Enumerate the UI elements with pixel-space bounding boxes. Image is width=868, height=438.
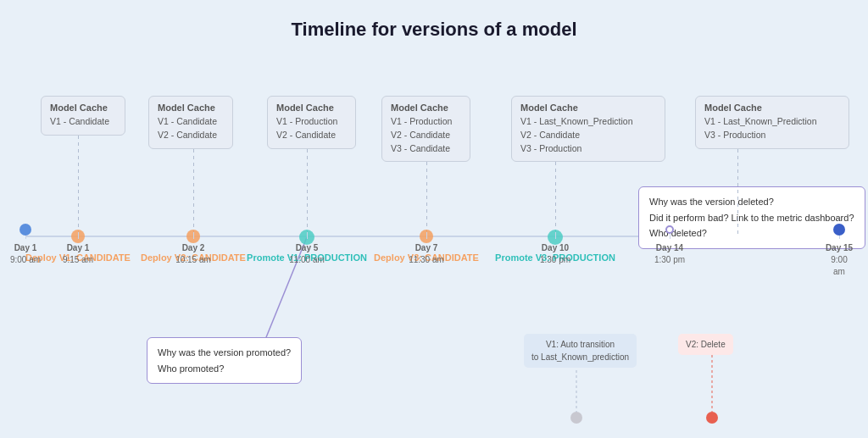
date-tick-d4: Day 711:30 am	[409, 242, 444, 266]
cache-vline-cb3	[307, 149, 308, 236]
date-line2-d3: 11:00 am	[289, 254, 325, 266]
cache-box-item-cb1-0: V1 - Candidate	[50, 115, 116, 129]
auto-transition-label: V1: Auto transition to Last_Known_predic…	[524, 334, 637, 368]
date-line1-d7: Day 15	[825, 242, 854, 254]
cache-box-item-cb2-1: V2 - Candidate	[158, 129, 224, 142]
cache-box-item-cb2-0: V1 - Candidate	[158, 115, 224, 129]
cache-box-item-cb6-1: V3 - Production	[704, 129, 840, 142]
cache-vline-cb4	[426, 162, 427, 236]
v2-delete-label: V2: Delete	[678, 334, 733, 355]
cache-box-cb5: Model CacheV1 - Last_Known_PredictionV2 …	[511, 96, 665, 162]
cache-box-item-cb4-2: V3 - Candidate	[391, 142, 461, 156]
callout-deletion-line-2: Did it perform bad? Link to the metric d…	[649, 210, 854, 226]
date-tick-d6: Day 141:30 pm	[654, 242, 685, 266]
tick-mark-d1	[78, 232, 79, 239]
date-line2-d1: 9:15 am	[63, 254, 93, 266]
date-line1-d2: Day 2	[175, 242, 211, 254]
callout-line-1: Why was the version promoted?	[158, 345, 291, 361]
date-tick-d7: Day 159:00 am	[825, 242, 854, 278]
cache-box-cb6: Model CacheV1 - Last_Known_PredictionV3 …	[695, 96, 849, 149]
callout-deletion-line-1: Why was the version deleted?	[649, 194, 854, 210]
cache-box-cb2: Model CacheV1 - CandidateV2 - Candidate	[148, 96, 233, 149]
cache-box-title-cb4: Model Cache	[391, 103, 461, 113]
date-line2-d0: 9:00 am	[10, 254, 41, 266]
cache-vline-cb1	[78, 136, 79, 236]
date-line1-d4: Day 7	[409, 242, 444, 254]
cache-box-item-cb4-0: V1 - Production	[391, 115, 461, 129]
callout-line-2: Who promoted?	[158, 361, 291, 377]
tick-mark-d5	[555, 232, 556, 239]
cache-box-item-cb5-2: V3 - Production	[520, 142, 656, 156]
tick-mark-d3	[307, 232, 308, 239]
callout-deletion: Why was the version deleted? Did it perf…	[638, 186, 865, 249]
diagram-area: Why was the version promoted? Who promot…	[0, 49, 868, 436]
cache-box-item-cb4-1: V2 - Candidate	[391, 129, 461, 142]
cache-box-cb4: Model CacheV1 - ProductionV2 - Candidate…	[381, 96, 470, 162]
date-line2-d5: 1:30 pm	[540, 254, 570, 266]
cache-box-cb3: Model CacheV1 - ProductionV2 - Candidate	[267, 96, 356, 149]
cache-box-item-cb3-0: V1 - Production	[276, 115, 347, 129]
cache-vline-cb2	[193, 149, 194, 236]
date-tick-d0: Day 19:00 am	[10, 242, 41, 266]
cache-box-item-cb5-1: V2 - Candidate	[520, 129, 656, 142]
date-line2-d2: 10:15 am	[175, 254, 211, 266]
date-line2-d6: 1:30 pm	[654, 254, 685, 266]
page-title: Timeline for versions of a model	[0, 0, 868, 49]
date-tick-d3: Day 511:00 am	[289, 242, 325, 266]
extra-dot-ed5	[706, 412, 718, 424]
cache-box-title-cb2: Model Cache	[158, 103, 224, 113]
date-line1-d1: Day 1	[63, 242, 93, 254]
callout-promotion: Why was the version promoted? Who promot…	[147, 337, 302, 384]
tick-mark-d2	[193, 232, 194, 239]
cache-vline-cb6	[737, 149, 738, 236]
cache-box-title-cb5: Model Cache	[520, 103, 656, 113]
cache-box-cb1: Model CacheV1 - Candidate	[41, 96, 125, 136]
date-tick-d2: Day 210:15 am	[175, 242, 211, 266]
date-line2-d7: 9:00 am	[825, 254, 854, 278]
cache-box-title-cb3: Model Cache	[276, 103, 347, 113]
cache-box-item-cb6-0: V1 - Last_Known_Prediction	[704, 115, 840, 129]
extra-dot-ed1	[19, 224, 31, 236]
cache-box-title-cb6: Model Cache	[704, 103, 840, 113]
cache-box-item-cb5-0: V1 - Last_Known_Prediction	[520, 115, 656, 129]
extra-dot-ed2	[665, 225, 674, 234]
extra-dot-ed3	[833, 224, 845, 236]
date-line1-d0: Day 1	[10, 242, 41, 254]
extra-dot-ed4	[570, 412, 582, 424]
tick-mark-d4	[426, 232, 427, 239]
date-line1-d3: Day 5	[289, 242, 325, 254]
cache-vline-cb5	[555, 162, 556, 236]
cache-box-title-cb1: Model Cache	[50, 103, 116, 113]
cache-box-item-cb3-1: V2 - Candidate	[276, 129, 347, 142]
date-tick-d1: Day 19:15 am	[63, 242, 93, 266]
callout-deletion-line-3: Who deleted?	[649, 225, 854, 241]
date-tick-d5: Day 101:30 pm	[540, 242, 570, 266]
date-line2-d4: 11:30 am	[409, 254, 444, 266]
date-line1-d5: Day 10	[540, 242, 570, 254]
date-line1-d6: Day 14	[654, 242, 685, 254]
